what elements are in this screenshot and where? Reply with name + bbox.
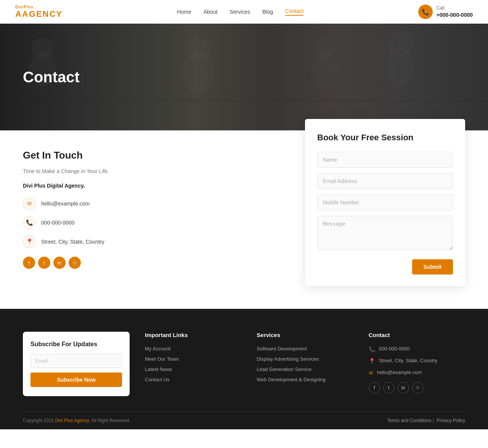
- footer-phone-row: 📞 000-000-0000: [369, 346, 465, 352]
- call-icon: 📞: [418, 5, 433, 19]
- social-instagram-icon[interactable]: ☉: [69, 257, 81, 269]
- contact-email-row: ✉ hello@example.com: [23, 197, 282, 210]
- subscribe-box: Subscribe For Updates Subscribe Now: [23, 332, 130, 396]
- contact-address: Street, City, State, Country: [41, 239, 104, 245]
- footer-address-row: 📍 Street, City, State, Country: [369, 358, 465, 364]
- footer-service-lead[interactable]: Lead Generation Service: [257, 366, 353, 372]
- contact-subtitle: Time to Make a Change in Your Life.: [23, 168, 282, 174]
- services-title: Services: [257, 332, 353, 338]
- footer-service-advertising[interactable]: Display Advertising Services: [257, 356, 353, 362]
- footer-bottom: Copyright 2021 Divi Plus Agency. All Rig…: [23, 411, 465, 429]
- mobile-input[interactable]: [317, 194, 453, 210]
- submit-button[interactable]: Submit: [412, 259, 453, 275]
- contact-address-row: 📍 Street, City, State, Country: [23, 235, 282, 248]
- social-twitter-icon[interactable]: t: [38, 257, 50, 269]
- terms-link[interactable]: Terms and Conditions: [387, 418, 431, 423]
- footer-links-column: Important Links My Account Meet Our Team…: [145, 332, 241, 396]
- hero-section: Contact: [0, 24, 488, 130]
- footer-legal-links: Terms and Conditions | Privacy Policy: [385, 418, 465, 423]
- footer-copyright: Copyright 2021 Divi Plus Agency. All Rig…: [23, 418, 130, 423]
- footer-email: hello@example.com: [377, 369, 422, 375]
- message-input[interactable]: [317, 216, 453, 250]
- footer-email-row: ✉ hello@example.com: [369, 369, 465, 376]
- email-input[interactable]: [317, 173, 453, 189]
- footer-contact-column: Contact 📞 000-000-0000 📍 Street, City, S…: [369, 332, 465, 396]
- footer-subscribe-column: Subscribe For Updates Subscribe Now: [23, 332, 130, 396]
- footer-social-icons: f t in ☉: [369, 382, 465, 393]
- call-label: Call: [437, 5, 473, 11]
- form-title: Book Your Free Session: [317, 133, 453, 143]
- contact-title: Get In Touch: [23, 149, 282, 161]
- footer-service-web[interactable]: Web Development & Designing: [257, 377, 353, 382]
- important-links-title: Important Links: [145, 332, 241, 338]
- booking-form-card: Book Your Free Session Submit: [305, 119, 465, 286]
- email-icon: ✉: [23, 197, 36, 210]
- nav-blog[interactable]: Blog: [262, 9, 273, 15]
- social-facebook-icon[interactable]: f: [23, 257, 35, 269]
- footer-twitter-icon[interactable]: t: [383, 382, 395, 393]
- nav-contact[interactable]: Contact: [285, 8, 303, 16]
- subscribe-title: Subscribe For Updates: [30, 341, 122, 348]
- contact-phone: 000-000-0000: [41, 220, 74, 226]
- privacy-link[interactable]: Privacy Policy: [437, 418, 465, 423]
- footer-service-software[interactable]: Software Development: [257, 346, 353, 352]
- agency-name: Divi Plus Digital Agency.: [23, 183, 282, 189]
- subscribe-email-input[interactable]: [30, 354, 122, 368]
- footer: Subscribe For Updates Subscribe Now Impo…: [0, 309, 488, 429]
- location-icon: 📍: [23, 235, 36, 248]
- nav-home[interactable]: Home: [177, 9, 191, 15]
- nav-about[interactable]: About: [204, 9, 218, 15]
- footer-location-icon: 📍: [369, 358, 375, 364]
- footer-link-account[interactable]: My Account: [145, 346, 241, 352]
- footer-linkedin-icon[interactable]: in: [398, 382, 409, 393]
- hero-title: Contact: [23, 69, 80, 86]
- header: DiviPlus AAGENCY Home About Services Blo…: [0, 0, 488, 24]
- contact-section: Get In Touch Time to Make a Change in Yo…: [0, 130, 488, 309]
- subscribe-button[interactable]: Subscribe Now: [30, 373, 122, 387]
- footer-address: Street, City, State, Country: [379, 358, 438, 363]
- footer-brand-link[interactable]: Divi Plus Agency: [55, 418, 89, 423]
- logo-brand-top: DiviPlus: [15, 5, 63, 9]
- header-call: 📞 Call +000-000-0000: [418, 5, 473, 19]
- call-number: +000-000-0000: [437, 11, 473, 18]
- social-linkedin-icon[interactable]: in: [53, 257, 66, 269]
- contact-phone-row: 📞 000-000-0000: [23, 216, 282, 229]
- footer-facebook-icon[interactable]: f: [369, 382, 380, 393]
- footer-grid: Subscribe For Updates Subscribe Now Impo…: [23, 332, 465, 411]
- name-input[interactable]: [317, 152, 453, 168]
- footer-email-icon: ✉: [369, 370, 373, 376]
- footer-instagram-icon[interactable]: ☉: [412, 382, 424, 393]
- footer-services-column: Services Software Development Display Ad…: [257, 332, 353, 396]
- footer-phone: 000-000-0000: [379, 346, 410, 352]
- contact-left: Get In Touch Time to Make a Change in Yo…: [23, 149, 282, 269]
- contact-social-icons: f t in ☉: [23, 257, 282, 269]
- phone-icon: 📞: [23, 216, 36, 229]
- contact-right: Book Your Free Session Submit: [305, 149, 465, 286]
- footer-link-team[interactable]: Meet Our Team: [145, 356, 241, 362]
- footer-phone-icon: 📞: [369, 346, 375, 352]
- contact-email: hello@example.com: [41, 201, 90, 207]
- footer-link-news[interactable]: Latest News: [145, 366, 241, 372]
- main-nav: Home About Services Blog Contact: [177, 8, 303, 16]
- footer-link-contact[interactable]: Contact Us: [145, 377, 241, 382]
- call-info: Call +000-000-0000: [437, 5, 473, 18]
- logo: DiviPlus AAGENCY: [15, 5, 63, 19]
- nav-services[interactable]: Services: [230, 9, 250, 15]
- footer-contact-title: Contact: [369, 332, 465, 338]
- logo-brand-main: AAGENCY: [15, 9, 63, 19]
